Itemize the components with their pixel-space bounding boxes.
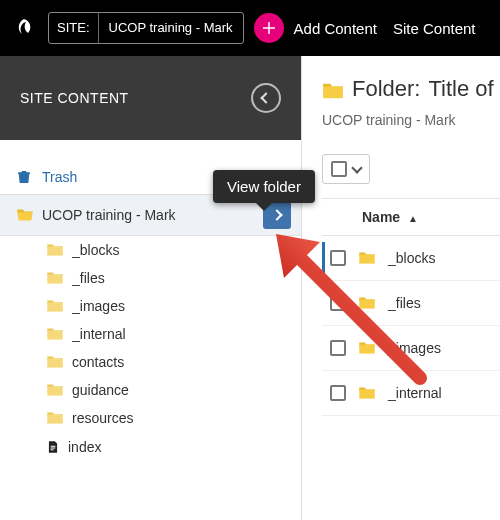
table-toolbar [322,154,500,184]
sidebar: SITE CONTENT Trash UCOP training - Mark [0,56,302,520]
chevron-down-icon [351,162,362,173]
folder-icon [46,355,64,369]
sidebar-title: SITE CONTENT [20,90,129,106]
tree-node-label: index [68,439,291,455]
folder-icon [46,327,64,341]
folder-icon [46,411,64,425]
tree-node-label: resources [72,410,291,426]
chevron-left-icon [260,92,271,103]
column-header-name[interactable]: Name ▲ [362,209,418,225]
tree-node[interactable]: index [0,432,301,462]
site-selector-value: UCOP training - Mark [99,12,243,44]
add-content-link[interactable]: Add Content [294,20,377,37]
row-name: _files [388,295,421,311]
file-icon [46,438,60,456]
sort-asc-icon: ▲ [408,213,418,224]
tree-node-label: _internal [72,326,291,342]
tree-node[interactable]: resources [0,404,301,432]
breadcrumb[interactable]: UCOP training - Mark [322,112,500,128]
row-name: _blocks [388,250,435,266]
table-row[interactable]: _blocks [322,236,500,281]
site-content-link[interactable]: Site Content [393,20,476,37]
row-checkbox[interactable] [330,295,346,311]
folder-icon [46,271,64,285]
row-checkbox[interactable] [330,250,346,266]
tree-node[interactable]: _internal [0,320,301,348]
row-name: _internal [388,385,442,401]
folder-icon [322,80,344,98]
tree-node[interactable]: _files [0,264,301,292]
tree-node-label: _blocks [72,242,291,258]
folder-icon [358,251,376,265]
folder-icon [46,383,64,397]
table-row[interactable]: _files [322,281,500,326]
chevron-right-icon [271,209,282,220]
site-selector[interactable]: SITE: UCOP training - Mark [48,12,244,44]
folder-icon [46,299,64,313]
tree-node[interactable]: _blocks [0,236,301,264]
top-bar: SITE: UCOP training - Mark Add Content S… [0,0,500,56]
site-selector-label: SITE: [49,12,99,44]
row-name: _images [388,340,441,356]
view-folder-tooltip: View folder [213,170,315,203]
table-row[interactable]: _images [322,326,500,371]
folder-icon [358,386,376,400]
trash-icon [16,168,32,186]
tree-node[interactable]: guidance [0,376,301,404]
select-all-toggle[interactable] [322,154,370,184]
page-title-prefix: Folder: [352,76,420,102]
tree-node-label: contacts [72,354,291,370]
table-header: Name ▲ [322,198,500,236]
row-checkbox[interactable] [330,385,346,401]
folder-icon [358,341,376,355]
checkbox-icon [331,161,347,177]
app-logo-icon [10,14,38,42]
tree-node[interactable]: _images [0,292,301,320]
tree-node-label: _images [72,298,291,314]
tree-node[interactable]: contacts [0,348,301,376]
page-title: Folder: Title of site [322,76,500,102]
row-checkbox[interactable] [330,340,346,356]
sidebar-header: SITE CONTENT [0,56,301,140]
tree-node-label: _files [72,270,291,286]
tree-root-label: UCOP training - Mark [42,207,255,223]
tree-node-label: guidance [72,382,291,398]
collapse-sidebar-button[interactable] [251,83,281,113]
column-header-name-label: Name [362,209,400,225]
main-panel: Folder: Title of site UCOP training - Ma… [302,56,500,520]
table-row[interactable]: _internal [322,371,500,416]
page-title-name: Title of site [428,76,500,102]
folder-icon [358,296,376,310]
folder-open-icon [16,208,34,222]
folder-icon [46,243,64,257]
trash-label: Trash [42,169,77,185]
add-content-button-icon[interactable] [254,13,284,43]
